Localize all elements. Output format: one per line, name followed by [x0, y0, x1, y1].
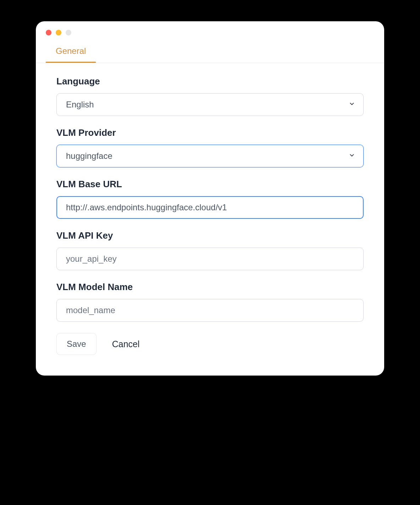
action-buttons: Save Cancel: [56, 333, 364, 355]
window-titlebar: [36, 21, 384, 40]
maximize-window-button[interactable]: [66, 30, 71, 35]
minimize-window-button[interactable]: [56, 30, 61, 35]
vlm-api-key-label: VLM API Key: [56, 230, 364, 241]
settings-content: Language English VLM Provider huggingfac…: [36, 63, 384, 355]
language-label: Language: [56, 76, 364, 87]
tab-general[interactable]: General: [46, 41, 96, 63]
vlm-model-name-field-group: VLM Model Name: [56, 282, 364, 322]
vlm-api-key-input[interactable]: [56, 248, 364, 270]
close-window-button[interactable]: [46, 30, 51, 35]
vlm-provider-field-group: VLM Provider huggingface: [56, 127, 364, 167]
vlm-model-name-label: VLM Model Name: [56, 282, 364, 293]
settings-window: General Language English VLM Provider hu…: [36, 21, 384, 376]
save-button[interactable]: Save: [56, 333, 96, 355]
vlm-provider-label: VLM Provider: [56, 127, 364, 138]
language-field-group: Language English: [56, 76, 364, 116]
cancel-button[interactable]: Cancel: [112, 339, 140, 349]
vlm-model-name-input[interactable]: [56, 299, 364, 322]
vlm-provider-select[interactable]: huggingface: [56, 145, 364, 167]
language-select[interactable]: English: [56, 93, 364, 116]
vlm-base-url-input[interactable]: [56, 196, 364, 219]
vlm-base-url-label: VLM Base URL: [56, 179, 364, 190]
tab-bar: General: [36, 41, 384, 63]
vlm-api-key-field-group: VLM API Key: [56, 230, 364, 270]
vlm-base-url-field-group: VLM Base URL: [56, 179, 364, 219]
